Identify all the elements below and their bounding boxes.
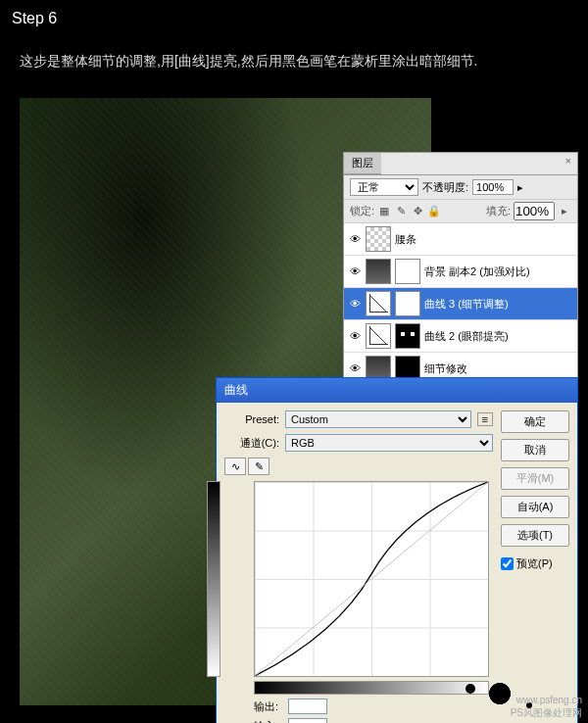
layers-panel: 图层 × 正常 不透明度: ▸ 锁定: ▦ ✎ ✥ 🔒 填充: ▸ 👁 腰条 👁… <box>343 152 578 386</box>
fill-label: 填充: <box>486 205 511 218</box>
smooth-button[interactable]: 平滑(M) <box>501 467 569 490</box>
layer-name: 曲线 3 (细节调整) <box>424 297 573 312</box>
curves-dialog: 曲线 Preset: Custom ≡ 通道(C): RGB ∿ ✎ <box>216 377 578 723</box>
step-header: Step 6 <box>0 0 588 37</box>
preview-checkbox[interactable]: 预览(P) <box>501 556 569 571</box>
layer-name: 细节修改 <box>424 362 573 376</box>
layer-item[interactable]: 👁 曲线 3 (细节调整) <box>344 288 577 320</box>
layer-thumb-curves <box>366 323 391 349</box>
pencil-tool-icon[interactable]: ✎ <box>248 458 270 475</box>
layers-tab[interactable]: 图层 <box>344 153 381 174</box>
input-gradient <box>254 681 489 695</box>
channel-select[interactable]: RGB <box>285 434 493 452</box>
curve-line <box>255 482 488 676</box>
layer-name: 腰条 <box>395 232 573 247</box>
input-input[interactable] <box>288 718 327 723</box>
preset-menu-icon[interactable]: ≡ <box>477 412 493 426</box>
ok-button[interactable]: 确定 <box>501 410 569 433</box>
lock-brush-icon[interactable]: ✎ <box>394 205 408 218</box>
output-input[interactable] <box>288 699 327 714</box>
visibility-icon[interactable]: 👁 <box>348 330 362 342</box>
lock-transparent-icon[interactable]: ▦ <box>377 205 391 218</box>
layer-item[interactable]: 👁 背景 副本2 (加强对比) <box>344 256 577 288</box>
layer-list: 👁 腰条 👁 背景 副本2 (加强对比) 👁 曲线 3 (细节调整) 👁 曲线 … <box>344 223 577 385</box>
preset-label: Preset: <box>224 413 279 425</box>
chevron-down-icon[interactable]: ▸ <box>517 181 523 194</box>
layer-name: 背景 副本2 (加强对比) <box>424 265 573 279</box>
layer-name: 曲线 2 (眼部提亮) <box>424 329 573 344</box>
layer-thumb <box>366 226 391 252</box>
input-label: 输入: <box>254 719 278 724</box>
output-label: 输出: <box>254 699 278 714</box>
dialog-title: 曲线 <box>217 378 577 403</box>
layer-mask <box>395 291 420 316</box>
cancel-button[interactable]: 取消 <box>501 439 569 461</box>
auto-button[interactable]: 自动(A) <box>501 496 569 518</box>
visibility-icon[interactable]: 👁 <box>348 233 362 245</box>
lock-move-icon[interactable]: ✥ <box>411 205 424 218</box>
options-button[interactable]: 选项(T) <box>501 524 569 547</box>
preset-select[interactable]: Custom <box>285 410 471 428</box>
fill-input[interactable] <box>514 202 555 220</box>
chevron-down-icon[interactable]: ▸ <box>558 205 571 218</box>
curve-tool-icon[interactable]: ∿ <box>224 458 246 475</box>
channel-label: 通道(C): <box>224 436 279 451</box>
step-description: 这步是整体细节的调整,用[曲线]提亮,然后用黑色画笔在蒙析里涂出暗部细节. <box>0 37 588 81</box>
layer-item[interactable]: 👁 腰条 <box>344 223 577 256</box>
curve-graph[interactable] <box>254 481 489 677</box>
panel-menu-icon[interactable]: × <box>560 153 577 169</box>
svg-line-0 <box>255 482 488 676</box>
visibility-icon[interactable]: 👁 <box>348 362 362 374</box>
lock-all-icon[interactable]: 🔒 <box>427 205 441 218</box>
opacity-input[interactable] <box>472 179 514 195</box>
opacity-label: 不透明度: <box>422 180 468 195</box>
blend-mode-select[interactable]: 正常 <box>350 178 418 196</box>
visibility-icon[interactable]: 👁 <box>348 298 362 310</box>
layer-thumb <box>366 259 391 284</box>
lock-label: 锁定: <box>350 205 374 218</box>
output-gradient <box>207 481 220 677</box>
step-label: Step 6 <box>12 10 57 26</box>
layer-mask <box>395 323 420 349</box>
visibility-icon[interactable]: 👁 <box>348 265 362 277</box>
layer-mask <box>395 259 420 284</box>
layer-item[interactable]: 👁 曲线 2 (眼部提亮) <box>344 320 577 353</box>
layer-thumb-curves <box>366 291 391 316</box>
watermark: www.psfeng.cn PS风图像处理网 <box>511 694 582 719</box>
